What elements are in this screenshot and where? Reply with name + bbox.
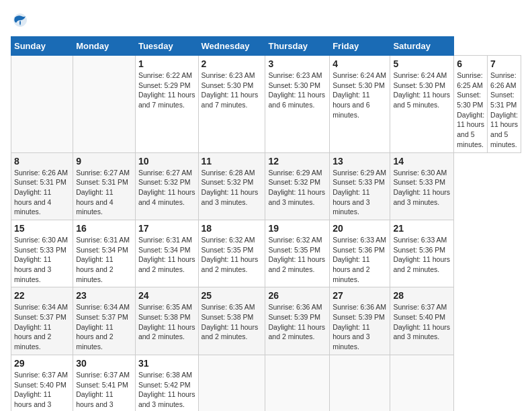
day-number: 23 [76, 290, 132, 301]
day-number: 4 [332, 58, 387, 69]
calendar-day-5: 5 Sunrise: 6:24 AMSunset: 5:30 PMDayligh… [390, 56, 454, 153]
calendar-week-0: 1 Sunrise: 6:22 AMSunset: 5:29 PMDayligh… [11, 56, 521, 153]
day-number: 5 [393, 58, 451, 69]
calendar-day-23: 23 Sunrise: 6:34 AMSunset: 5:37 PMDaylig… [73, 287, 136, 355]
calendar-day-24: 24 Sunrise: 6:35 AMSunset: 5:38 PMDaylig… [135, 287, 198, 355]
day-info: Sunrise: 6:35 AMSunset: 5:38 PMDaylight:… [202, 302, 263, 342]
day-info: Sunrise: 6:33 AMSunset: 5:36 PMDaylight:… [332, 235, 387, 284]
calendar-day-18: 18 Sunrise: 6:32 AMSunset: 5:35 PMDaylig… [198, 220, 265, 287]
day-number: 19 [268, 223, 326, 234]
day-info: Sunrise: 6:31 AMSunset: 5:34 PMDaylight:… [138, 235, 195, 275]
day-info: Sunrise: 6:24 AMSunset: 5:30 PMDaylight:… [332, 71, 387, 120]
day-info: Sunrise: 6:35 AMSunset: 5:38 PMDaylight:… [138, 302, 195, 342]
day-number: 17 [138, 223, 195, 234]
day-info: Sunrise: 6:23 AMSunset: 5:30 PMDaylight:… [202, 71, 263, 110]
day-info: Sunrise: 6:31 AMSunset: 5:34 PMDaylight:… [76, 235, 132, 284]
calendar-day-16: 16 Sunrise: 6:31 AMSunset: 5:34 PMDaylig… [73, 220, 136, 287]
calendar-week-3: 22 Sunrise: 6:34 AMSunset: 5:37 PMDaylig… [11, 287, 521, 355]
weekday-header-monday: Monday [73, 37, 136, 56]
day-number: 30 [76, 358, 132, 369]
calendar-day-4: 4 Sunrise: 6:24 AMSunset: 5:30 PMDayligh… [330, 56, 390, 153]
calendar-day-26: 26 Sunrise: 6:36 AMSunset: 5:39 PMDaylig… [265, 287, 330, 355]
calendar-day-30: 30 Sunrise: 6:37 AMSunset: 5:41 PMDaylig… [73, 355, 136, 411]
calendar-day-11: 11 Sunrise: 6:28 AMSunset: 5:32 PMDaylig… [198, 152, 265, 220]
day-info: Sunrise: 6:38 AMSunset: 5:42 PMDaylight:… [138, 370, 195, 410]
day-number: 13 [332, 156, 387, 167]
empty-cell [198, 355, 265, 411]
empty-cell [73, 56, 136, 153]
calendar-day-3: 3 Sunrise: 6:23 AMSunset: 5:30 PMDayligh… [265, 56, 330, 153]
empty-cell [390, 355, 454, 411]
day-number: 20 [332, 223, 387, 234]
calendar-day-20: 20 Sunrise: 6:33 AMSunset: 5:36 PMDaylig… [330, 220, 390, 287]
day-info: Sunrise: 6:33 AMSunset: 5:36 PMDaylight:… [393, 235, 451, 275]
calendar-day-9: 9 Sunrise: 6:27 AMSunset: 5:31 PMDayligh… [73, 152, 136, 220]
logo-bird-icon [11, 11, 30, 30]
calendar-day-8: 8 Sunrise: 6:26 AMSunset: 5:31 PMDayligh… [11, 152, 73, 220]
calendar-day-13: 13 Sunrise: 6:29 AMSunset: 5:33 PMDaylig… [330, 152, 390, 220]
day-number: 9 [76, 156, 132, 167]
day-info: Sunrise: 6:27 AMSunset: 5:31 PMDaylight:… [76, 168, 132, 217]
day-info: Sunrise: 6:32 AMSunset: 5:35 PMDaylight:… [202, 235, 263, 275]
calendar-day-21: 21 Sunrise: 6:33 AMSunset: 5:36 PMDaylig… [390, 220, 454, 287]
day-number: 16 [76, 223, 132, 234]
day-info: Sunrise: 6:37 AMSunset: 5:40 PMDaylight:… [393, 302, 451, 342]
day-number: 7 [490, 58, 518, 69]
calendar-day-7: 7 Sunrise: 6:26 AMSunset: 5:31 PMDayligh… [488, 56, 521, 153]
day-number: 12 [268, 156, 326, 167]
day-number: 18 [202, 223, 263, 234]
day-number: 10 [138, 156, 195, 167]
day-info: Sunrise: 6:23 AMSunset: 5:30 PMDaylight:… [268, 71, 326, 110]
day-info: Sunrise: 6:24 AMSunset: 5:30 PMDaylight:… [393, 71, 451, 110]
calendar-day-29: 29 Sunrise: 6:37 AMSunset: 5:40 PMDaylig… [11, 355, 73, 411]
calendar-week-4: 29 Sunrise: 6:37 AMSunset: 5:40 PMDaylig… [11, 355, 521, 411]
calendar-day-28: 28 Sunrise: 6:37 AMSunset: 5:40 PMDaylig… [390, 287, 454, 355]
day-info: Sunrise: 6:28 AMSunset: 5:32 PMDaylight:… [202, 168, 263, 208]
calendar-day-2: 2 Sunrise: 6:23 AMSunset: 5:30 PMDayligh… [198, 56, 265, 153]
day-info: Sunrise: 6:32 AMSunset: 5:35 PMDaylight:… [268, 235, 326, 275]
calendar-day-25: 25 Sunrise: 6:35 AMSunset: 5:38 PMDaylig… [198, 287, 265, 355]
day-info: Sunrise: 6:27 AMSunset: 5:32 PMDaylight:… [138, 168, 195, 208]
page-header [11, 11, 521, 30]
day-info: Sunrise: 6:29 AMSunset: 5:32 PMDaylight:… [268, 168, 326, 208]
day-number: 8 [14, 156, 70, 167]
day-info: Sunrise: 6:22 AMSunset: 5:29 PMDaylight:… [138, 71, 195, 110]
calendar-day-17: 17 Sunrise: 6:31 AMSunset: 5:34 PMDaylig… [135, 220, 198, 287]
weekday-header-friday: Friday [330, 37, 390, 56]
day-number: 3 [268, 58, 326, 69]
day-info: Sunrise: 6:34 AMSunset: 5:37 PMDaylight:… [76, 302, 132, 351]
weekday-header-sunday: Sunday [11, 37, 73, 56]
day-info: Sunrise: 6:29 AMSunset: 5:33 PMDaylight:… [332, 168, 387, 217]
calendar-week-1: 8 Sunrise: 6:26 AMSunset: 5:31 PMDayligh… [11, 152, 521, 220]
weekday-header-row: SundayMondayTuesdayWednesdayThursdayFrid… [11, 37, 521, 56]
calendar-day-10: 10 Sunrise: 6:27 AMSunset: 5:32 PMDaylig… [135, 152, 198, 220]
day-number: 11 [202, 156, 263, 167]
day-info: Sunrise: 6:37 AMSunset: 5:41 PMDaylight:… [76, 370, 132, 411]
day-number: 1 [138, 58, 195, 69]
empty-cell [11, 56, 73, 153]
calendar-day-19: 19 Sunrise: 6:32 AMSunset: 5:35 PMDaylig… [265, 220, 330, 287]
day-number: 31 [138, 358, 195, 369]
calendar-week-2: 15 Sunrise: 6:30 AMSunset: 5:33 PMDaylig… [11, 220, 521, 287]
calendar-day-31: 31 Sunrise: 6:38 AMSunset: 5:42 PMDaylig… [135, 355, 198, 411]
weekday-header-thursday: Thursday [265, 37, 330, 56]
day-info: Sunrise: 6:37 AMSunset: 5:40 PMDaylight:… [14, 370, 70, 411]
calendar-day-6: 6 Sunrise: 6:25 AMSunset: 5:30 PMDayligh… [454, 56, 488, 153]
weekday-header-saturday: Saturday [390, 37, 454, 56]
day-number: 25 [202, 290, 263, 301]
day-info: Sunrise: 6:26 AMSunset: 5:31 PMDaylight:… [490, 71, 518, 150]
day-number: 28 [393, 290, 451, 301]
calendar-day-15: 15 Sunrise: 6:30 AMSunset: 5:33 PMDaylig… [11, 220, 73, 287]
day-number: 21 [393, 223, 451, 234]
calendar-day-27: 27 Sunrise: 6:36 AMSunset: 5:39 PMDaylig… [330, 287, 390, 355]
day-info: Sunrise: 6:36 AMSunset: 5:39 PMDaylight:… [268, 302, 326, 342]
day-info: Sunrise: 6:34 AMSunset: 5:37 PMDaylight:… [14, 302, 70, 351]
day-info: Sunrise: 6:25 AMSunset: 5:30 PMDaylight:… [457, 71, 484, 150]
calendar-day-22: 22 Sunrise: 6:34 AMSunset: 5:37 PMDaylig… [11, 287, 73, 355]
day-number: 24 [138, 290, 195, 301]
weekday-header-tuesday: Tuesday [135, 37, 198, 56]
day-info: Sunrise: 6:26 AMSunset: 5:31 PMDaylight:… [14, 168, 70, 217]
day-info: Sunrise: 6:30 AMSunset: 5:33 PMDaylight:… [14, 235, 70, 284]
empty-cell [330, 355, 390, 411]
calendar-day-12: 12 Sunrise: 6:29 AMSunset: 5:32 PMDaylig… [265, 152, 330, 220]
